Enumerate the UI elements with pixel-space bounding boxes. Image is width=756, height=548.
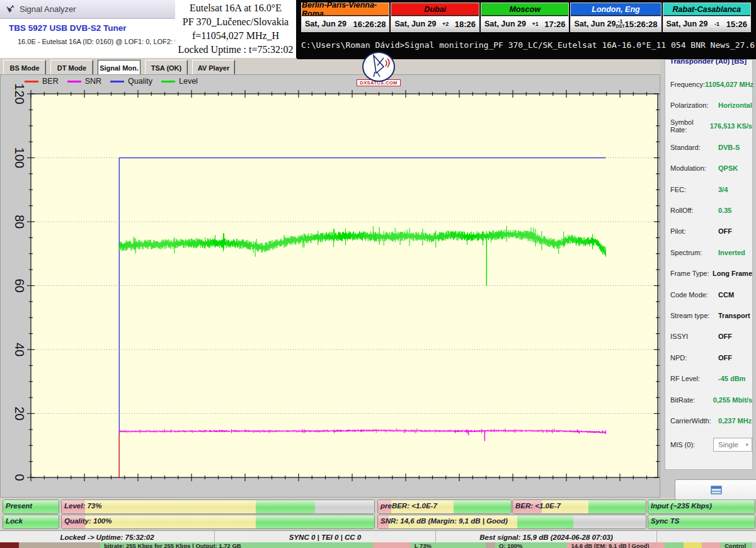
clock-berlin-paris-vienna-roma: Berlin-Paris-Vienna-RomaSat, Jun 2916:26…: [301, 3, 389, 32]
strip-segment: [19, 542, 100, 548]
row-label: Polarization:: [665, 101, 718, 109]
status-bar-level: Level: 73%: [61, 499, 375, 514]
row-label: Pilot:: [665, 227, 718, 235]
transponder-row-rf-level-: RF Level:-45 dBm: [665, 368, 752, 389]
status-bar-snr: SNR: 14,6 dB (Margin: 9,1 dB | Good): [377, 515, 646, 529]
row-label: Stream type:: [665, 312, 718, 319]
strip-segment: Q: 100%: [495, 542, 567, 548]
row-value: 0,255 Mbit/s: [713, 396, 752, 404]
status-bar-input-kbps-: Input (~235 Kbps): [648, 499, 755, 514]
strip-segment: [373, 542, 411, 548]
transponder-row-npd-: NPD:OFF: [665, 347, 752, 368]
caption-satellite: Eutelsat 16A at 16.0°E: [175, 1, 296, 15]
row-label: Symbol Rate:: [665, 118, 710, 134]
bar-label: Sync TS: [651, 517, 679, 525]
logo-dish-icon: [362, 52, 395, 82]
strip-segment: bitrate: 255 Kbps for 255 Kbps | Output:…: [100, 542, 373, 548]
mode-button-bar: BS ModeDT ModeSignal Mon.TSA (OK)AV Play…: [0, 58, 660, 76]
clock-rabat-casablanca: Rabat-CasablancaSat, Jun 29-115:26: [663, 3, 751, 32]
window-title: Signal Analyzer: [20, 4, 76, 14]
clock-utc-offset: +2: [436, 21, 454, 26]
mode-button-av-player[interactable]: AV Player: [192, 60, 235, 76]
legend-item-snr: SNR: [67, 77, 101, 86]
row-value: 0.35: [718, 207, 731, 214]
row-value: OFF: [718, 354, 732, 362]
transponder-row-rolloff-: RollOff:0.35: [665, 200, 752, 220]
row-value: -45 dBm: [718, 375, 745, 382]
stacked-bars-icon: [711, 486, 722, 494]
svg-text:80: 80: [13, 215, 26, 229]
mode-button-bs-mode[interactable]: BS Mode: [3, 60, 46, 76]
transponder-row-spectrum-: Spectrum:Inverted: [665, 242, 752, 263]
legend-swatch-level: [161, 81, 175, 83]
svg-text:20: 20: [13, 406, 26, 420]
bar-segment-green: [517, 515, 573, 528]
strip-segment: 14,6 dB (EM: 9,1 dB | Good): [567, 542, 664, 548]
row-label: Frequency:: [665, 81, 705, 88]
legend-item-level: Level: [161, 77, 198, 86]
clock-city-label: Dubai: [391, 3, 478, 15]
row-value: QPSK: [718, 164, 738, 172]
row-value: 176,513 KS/s: [710, 122, 752, 130]
mis-label: MIS (0):: [665, 441, 711, 448]
tuner-name: TBS 5927 USB DVB-S2 Tuner: [9, 23, 127, 33]
row-value: 11054,027 MHz: [705, 81, 753, 88]
clock-time: Sat, Jun 29+218:26: [391, 16, 478, 31]
clock-utc-offset: -1DST: [616, 19, 624, 29]
status-bar-sync-ts: Sync TS: [648, 515, 755, 529]
clock-city-label: Moscow: [481, 3, 568, 15]
mode-button-dt-mode[interactable]: DT Mode: [50, 60, 93, 76]
row-label: Code Mode:: [665, 291, 718, 299]
bar-label: SNR: 14,6 dB (Margin: 9,1 dB | Good): [381, 517, 508, 525]
mis-value: Single: [718, 441, 738, 448]
transponder-row-stream-type-: Stream type:Transport: [665, 305, 752, 326]
legend-item-ber: BER: [25, 77, 59, 86]
bar-segment-yellow: [85, 500, 255, 513]
legend-swatch-quality: [110, 81, 124, 83]
transponder-row-frame-type-: Frame Type:Long Frame: [665, 263, 752, 284]
status-bar-lock: Lock: [3, 515, 59, 529]
row-label: NPD:: [665, 354, 718, 362]
transponder-row-issyi: ISSYIOFF: [665, 326, 752, 347]
mode-button-tsa-ok-[interactable]: TSA (OK): [145, 60, 188, 76]
row-label: CarrierWidth:: [665, 417, 718, 425]
status-empty-cell: [657, 531, 756, 543]
bar-label: Present: [6, 502, 32, 510]
row-label: RF Level:: [665, 375, 718, 382]
legend-label: SNR: [85, 77, 101, 86]
legend-label: BER: [42, 77, 59, 86]
bar-label: preBER: <1.0E-7: [381, 502, 437, 510]
mis-row: MIS (0): Single ▾: [665, 438, 752, 452]
row-value: DVB-S: [718, 144, 740, 151]
caption-frequency: f=11054,027 MHz_H: [175, 29, 296, 43]
mode-button-signal-mon-[interactable]: Signal Mon.: [98, 60, 140, 76]
chevron-down-icon: ▾: [745, 442, 748, 448]
transponder-list-button[interactable]: [675, 479, 756, 500]
row-label: Frame Type:: [665, 270, 713, 277]
row-value: OFF: [718, 333, 732, 340]
transponder-row-carrierwidth-: CarrierWidth:0,237 MHz: [665, 410, 752, 431]
bar-segment-green: [588, 500, 646, 513]
signal-history-chart: 020406080100120: [1, 75, 660, 497]
status-bar-ber: BER: <1.0E-7: [512, 499, 646, 514]
transponder-row-standard-: Standard:DVB-S: [665, 137, 752, 157]
status-best-signal: Best signal: 15,9 dB (2024-06-28 07:03): [436, 531, 657, 543]
bar-segment-green: [454, 500, 511, 513]
bar-label: Quality: 100%: [64, 517, 112, 525]
caption-location: PF 370_Lučenec/Slovakia: [175, 15, 296, 29]
svg-text:40: 40: [13, 343, 26, 357]
clock-utc-offset: +1: [526, 21, 544, 26]
row-label: Standard:: [665, 144, 718, 151]
strip-segment: [0, 542, 19, 548]
strip-segment: [486, 542, 495, 548]
legend-swatch-ber: [25, 81, 38, 83]
row-value: Horizontal: [718, 101, 752, 109]
mis-dropdown[interactable]: Single ▾: [713, 438, 752, 452]
row-value: CCM: [718, 291, 734, 299]
status-sync: SYNC 0 | TEI 0 | CC 0: [215, 531, 436, 543]
clipped-taskbar-strip: bitrate: 255 Kbps for 255 Kbps | Output:…: [0, 542, 756, 548]
strip-segment: [752, 542, 756, 548]
legend-label: Quality: [128, 77, 152, 86]
clock-time: Sat, Jun 29+117:26: [481, 16, 568, 31]
row-label: Modulation:: [665, 164, 718, 172]
